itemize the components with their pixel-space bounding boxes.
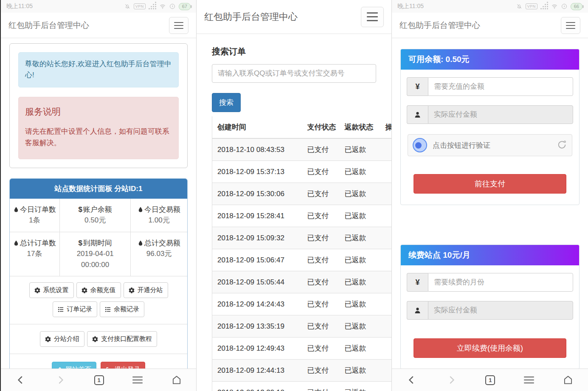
renew-body: ¥ 立即续费(使用余额) — [401, 265, 579, 358]
back-button[interactable] — [15, 374, 26, 385]
signal-icon — [149, 3, 156, 9]
order-cell: 已返款 — [340, 205, 380, 227]
action-button[interactable]: 余额记录 — [100, 301, 144, 317]
action-button[interactable]: 开通分站 — [124, 282, 168, 298]
battery-icon: 66 — [571, 3, 582, 10]
actual-amount-input[interactable] — [428, 105, 573, 124]
stat-cell: 总计交易额96.03元 — [130, 232, 187, 277]
service-body: 请先在配置中设置个人信息，如有问题可联系客服解决。 — [25, 126, 172, 149]
search-button[interactable]: 搜索 — [212, 93, 241, 112]
tabs-button[interactable]: 1 — [94, 375, 104, 385]
phone-right: 晚上11:05 VPN 66 红包助手后台管理中心 可用余额: 0.50元 — [392, 0, 588, 391]
column-header: 支付状态 — [302, 116, 340, 138]
stat-cell: 今日订单数1条 — [10, 199, 59, 232]
action-button[interactable]: 支付接口配置教程 — [87, 331, 157, 347]
order-cell: 2018-12-09 12:49:43 — [212, 338, 302, 360]
menu-button[interactable] — [561, 17, 580, 34]
order-row: 2018-12-09 15:28:41已支付已返款 — [212, 205, 392, 227]
order-cell — [380, 338, 392, 360]
page-title: 红包助手后台管理中心 — [400, 20, 480, 31]
order-cell — [380, 315, 392, 338]
order-row: 2018-12-09 13:35:19已支付已返款 — [212, 315, 392, 338]
order-cell: 2018-12-09 12:39:10 — [212, 382, 302, 391]
back-button[interactable] — [406, 374, 417, 385]
chevron-left-icon — [406, 374, 417, 385]
order-row: 2018-12-10 08:43:53已支付已返款 — [212, 138, 392, 161]
signal-icon — [540, 3, 548, 9]
action-buttons: 系统设置余额充值开通分站 订单记录余额记录 — [10, 276, 187, 324]
order-cell: 已支付 — [302, 249, 340, 271]
site-home-button[interactable]: 网站首页 — [52, 362, 96, 368]
phone-left: 晚上11:05 VPN 67 红包助手后台管理中心 尊敬的站长您好,欢迎进入红包… — [0, 0, 196, 391]
gear-icon — [129, 287, 135, 293]
renew-now-button[interactable]: 立即续费(使用余额) — [414, 338, 566, 358]
home-nav-button[interactable] — [171, 374, 182, 385]
tab-count: 1 — [485, 375, 495, 385]
menu-button[interactable] — [169, 17, 188, 34]
order-row: 2018-12-09 15:09:32已支付已返款 — [212, 227, 392, 249]
menu-icon — [132, 377, 143, 383]
captcha-button-icon[interactable] — [413, 138, 427, 152]
mute-icon — [516, 3, 523, 10]
order-cell: 2018-12-09 15:05:44 — [212, 271, 302, 293]
browser-menu-button[interactable] — [524, 377, 534, 383]
home-nav-button[interactable] — [563, 374, 574, 385]
app-bar: 红包助手后台管理中心 — [197, 0, 391, 34]
balance-card: 可用余额: 0.50元 ¥ 点击按钮进行验证 — [400, 49, 580, 205]
forward-button[interactable] — [446, 374, 457, 385]
recharge-amount-group: ¥ — [407, 77, 573, 96]
action-button[interactable]: 分站介绍 — [40, 331, 84, 347]
captcha-label: 点击按钮进行验证 — [433, 141, 551, 150]
tint-icon — [13, 240, 19, 246]
yen-icon: ¥ — [407, 77, 428, 96]
order-cell — [380, 138, 392, 161]
status-bar: 晚上11:05 VPN 66 — [392, 0, 588, 13]
action-button[interactable]: 余额充值 — [76, 282, 121, 298]
house-icon — [563, 374, 574, 385]
vpn-badge: VPN — [134, 3, 146, 9]
logout-button[interactable]: 退出登录 — [101, 362, 145, 368]
captcha-refresh-button[interactable] — [557, 139, 567, 151]
captcha-widget[interactable]: 点击按钮进行验证 — [408, 134, 572, 156]
stat-value: 96.03元 — [133, 248, 185, 259]
house-icon — [171, 374, 182, 385]
menu-button[interactable] — [361, 7, 384, 27]
welcome-alert: 尊敬的站长您好,欢迎进入红包助手后台管理中心! — [18, 52, 179, 87]
order-cell: 已返款 — [340, 382, 380, 391]
forward-button[interactable] — [55, 374, 66, 385]
stat-cell: $到期时间2019-04-01 00:00:00 — [59, 232, 130, 277]
renew-months-input[interactable] — [428, 273, 573, 292]
action-button[interactable]: 系统设置 — [29, 282, 74, 298]
gear-icon — [34, 287, 40, 293]
footer-buttons: 网站首页 退出登录 — [10, 354, 187, 368]
order-table-head: 创建时间支付状态返款状态操作 — [212, 116, 392, 138]
renew-actual-input[interactable] — [428, 301, 573, 320]
order-table-body: 2018-12-10 08:43:53已支付已返款2018-12-09 15:3… — [212, 138, 392, 391]
order-cell — [380, 249, 392, 271]
action-button[interactable]: 订单记录 — [53, 301, 97, 317]
tint-icon — [138, 240, 143, 246]
stat-cell: 今日交易额1.00元 — [130, 199, 187, 232]
order-cell: 已返款 — [340, 293, 380, 315]
logout-icon — [106, 367, 112, 368]
order-cell: 已支付 — [302, 382, 340, 391]
chevron-right-icon — [446, 374, 457, 385]
link-buttons: 分站介绍支付接口配置教程 — [10, 324, 187, 354]
browser-menu-button[interactable] — [132, 377, 143, 383]
order-cell: 已支付 — [302, 183, 340, 205]
gear-icon — [92, 336, 98, 342]
page-title: 红包助手后台管理中心 — [204, 11, 298, 23]
recharge-amount-input[interactable] — [428, 77, 573, 96]
search-input[interactable] — [212, 64, 376, 83]
data-saver-icon — [561, 3, 568, 10]
wifi-icon — [159, 3, 166, 10]
tabs-button[interactable]: 1 — [485, 375, 495, 385]
action-row-2: 订单记录余额记录 — [12, 300, 185, 319]
order-cell — [380, 382, 392, 391]
order-cell: 2018-12-09 15:30:06 — [212, 183, 302, 205]
go-pay-button[interactable]: 前往支付 — [414, 174, 566, 194]
notice-card: 尊敬的站长您好,欢迎进入红包助手后台管理中心! 服务说明 请先在配置中设置个人信… — [9, 43, 188, 168]
order-row: 2018-12-09 15:05:44已支付已返款 — [212, 271, 392, 293]
order-cell: 已支付 — [302, 315, 340, 338]
renew-card: 续费站点 10元/月 ¥ 立即续费(使用余额) — [400, 245, 580, 368]
